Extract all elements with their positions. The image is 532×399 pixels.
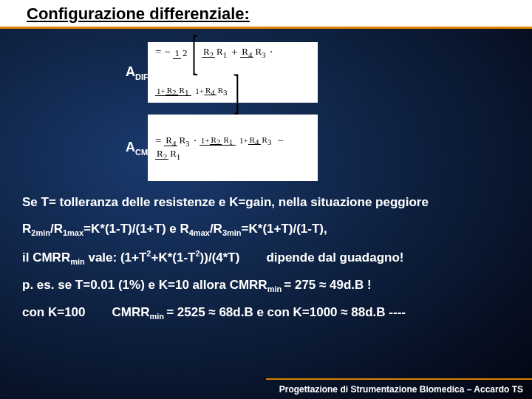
rs: 4 [248, 50, 253, 59]
t: il CMRR [22, 250, 70, 264]
t: =K*(1+T)/(1-T), [242, 222, 327, 236]
t: vale: (1+T [85, 250, 147, 264]
acm-sub: CM [135, 147, 148, 156]
rs: 2 [216, 137, 221, 146]
rs: 4 [211, 88, 215, 97]
footer-text: Progettazione di Strumentazione Biomedic… [279, 384, 523, 395]
r: R [157, 148, 163, 159]
line-4: p. es. se T=0.01 (1%) e K=10 allora CMRR… [22, 276, 510, 296]
body-text: Se T= tolleranza delle resistenze e K=ga… [22, 193, 510, 324]
eq-prefix: = − [155, 46, 171, 58]
r: R [179, 134, 185, 146]
r: R [218, 86, 223, 95]
acm-label: ACM [22, 140, 148, 157]
t: =K*(1-T)/(1+T) e R [83, 222, 189, 236]
r: R [167, 86, 172, 95]
rs: 2 [172, 88, 177, 97]
rs: 1 [185, 88, 189, 97]
t: = 275 ≈ 49d.B ! [284, 278, 371, 292]
t: p. es. se T=0.01 (1%) e K=10 allora CMRR [22, 278, 267, 292]
r: R [180, 86, 185, 95]
r: R [223, 135, 228, 144]
adif-sub: DIF [135, 72, 149, 81]
frac-d: 2 [181, 47, 189, 58]
equation-adif-row: ADIF = − 12 [ R2R1 + R4R3 · 1+R2R1 1+R4R… [22, 42, 510, 103]
line-5: con K=100CMRRmin = 2525 ≈ 68d.B e con K=… [22, 303, 510, 323]
s: 2min [31, 229, 50, 238]
r: R [166, 134, 172, 146]
t: dipende dal guadagno! [266, 250, 403, 264]
acm-equation-image: = R4R3 · 1+R2R1 1+R4R3 − R2R1 [148, 115, 318, 181]
rs: 4 [172, 138, 177, 147]
line-3: il CMRRmin vale: (1+T2+K*(1-T2))/(4*T)di… [22, 248, 510, 268]
s: 1max [63, 229, 83, 238]
s: min [70, 257, 85, 266]
rs: 3 [262, 50, 266, 59]
r: R [242, 46, 248, 57]
r: R [255, 46, 262, 57]
eq-prefix: = [155, 134, 161, 146]
rs: 2 [210, 50, 214, 59]
adif-equation-image: = − 12 [ R2R1 + R4R3 · 1+R2R1 1+R4R3 ] [148, 42, 318, 103]
adif-a: A [126, 64, 135, 79]
dot: · [270, 46, 273, 58]
bracket-icon: [ [192, 33, 199, 72]
r: R [250, 135, 255, 144]
r: R [203, 46, 210, 57]
r: R [216, 46, 223, 57]
t: CMRR [112, 305, 150, 319]
s: 4max [189, 229, 210, 238]
equation-acm-row: ACM = R4R3 · 1+R2R1 1+R4R3 − R2R1 [22, 115, 510, 181]
minus: − [277, 134, 283, 146]
page-title: Configurazione differenziale: [0, 0, 532, 29]
r: R [170, 148, 177, 159]
t: = 2525 ≈ 68d.B e con K=1000 ≈ 88d.B ---- [166, 305, 406, 319]
s: 3min [222, 229, 242, 238]
plus: + [231, 46, 237, 58]
t: con K=100 [22, 305, 86, 319]
rs: 3 [185, 138, 190, 147]
r: R [211, 135, 216, 144]
rs: 1 [177, 152, 181, 161]
rs: 3 [223, 88, 228, 97]
adif-label: ADIF [22, 64, 148, 81]
slide-content: ADIF = − 12 [ R2R1 + R4R3 · 1+R2R1 1+R4R… [0, 29, 532, 324]
dot: · [194, 134, 197, 146]
s: min [150, 313, 167, 321]
rs: 1 [229, 137, 233, 146]
t: R [22, 222, 31, 236]
t: /R [210, 222, 222, 236]
rs: 3 [267, 137, 272, 146]
t: ))/(4*T) [200, 250, 240, 264]
bracket-icon: ] [233, 72, 240, 112]
line-1: Se T= tolleranza delle resistenze e K=ga… [22, 193, 510, 212]
s: min [267, 284, 284, 293]
frac-n: 1 [173, 47, 181, 59]
rs: 4 [255, 137, 259, 146]
t: /R [50, 222, 63, 236]
rs: 2 [163, 152, 168, 161]
footer-rule [266, 378, 532, 380]
r: R [262, 135, 267, 144]
rs: 1 [223, 50, 228, 59]
line-2: R2min/R1max=K*(1-T)/(1+T) e R4max/R3min=… [22, 219, 510, 239]
t: +K*(1-T [151, 250, 195, 264]
acm-a: A [126, 140, 135, 154]
